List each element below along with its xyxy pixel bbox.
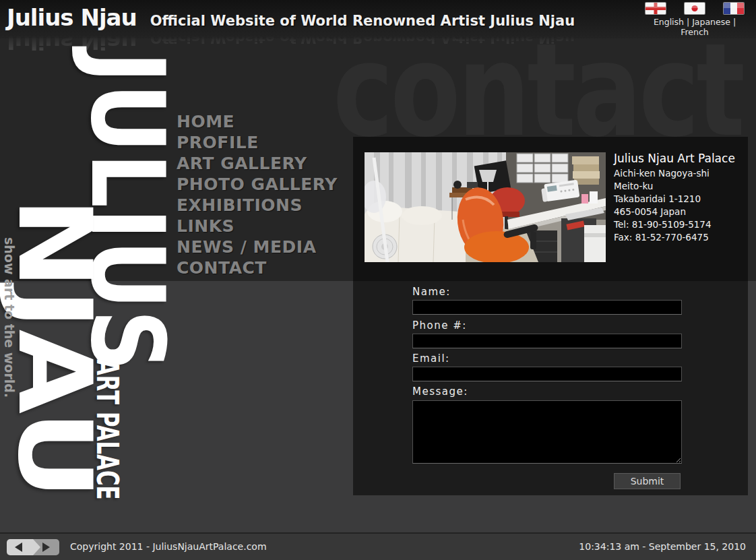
- address-line: Tel: 81-90-5109-5174: [614, 218, 746, 231]
- message-textarea[interactable]: [412, 400, 682, 464]
- nav-item-art-gallery[interactable]: ART GALLERY: [177, 153, 338, 174]
- name-input[interactable]: [412, 300, 682, 315]
- address-title: Julius Njau Art Palace: [614, 152, 746, 165]
- forward-arrow-icon: [42, 542, 50, 552]
- nav-item-home[interactable]: HOME: [177, 111, 338, 132]
- submit-button[interactable]: Submit: [614, 473, 681, 489]
- watermark-text: contact: [333, 27, 742, 155]
- address-line: Takabaridai 1-1210: [614, 193, 746, 206]
- datetime-text: 10:34:13 am - September 15, 2010: [579, 534, 746, 560]
- nav-item-news-media[interactable]: NEWS / MEDIA: [177, 237, 338, 257]
- logo-reflection: Julius Njau: [7, 28, 137, 55]
- france-flag-icon[interactable]: [724, 3, 744, 14]
- nav-item-contact[interactable]: CONTACT: [177, 257, 338, 278]
- address-block: Julius Njau Art Palace Aichi-ken Nagoya-…: [614, 152, 746, 244]
- flag-row: [642, 3, 747, 14]
- history-nav: [7, 539, 59, 555]
- header-text: Julius Njau Official Website of World Re…: [7, 4, 575, 31]
- email-input[interactable]: [412, 367, 682, 381]
- language-bar: English | Japanese | French: [642, 3, 747, 37]
- studio-photo-art: [365, 152, 606, 262]
- phone-label: Phone #:: [412, 319, 467, 332]
- footer-bar: Copyright 2011 - JuliusNjauArtPalace.com…: [0, 532, 756, 560]
- studio-photo: [365, 152, 606, 262]
- copyright-text: Copyright 2011 - JuliusNjauArtPalace.com: [70, 534, 267, 560]
- name-label: Name:: [412, 286, 451, 298]
- main-nav: HOME PROFILE ART GALLERY PHOTO GALLERY E…: [177, 111, 338, 278]
- nav-item-photo-gallery[interactable]: PHOTO GALLERY: [177, 174, 338, 195]
- nav-item-links[interactable]: LINKS: [177, 216, 338, 237]
- vertical-brand-njau: NJAU: [15, 197, 94, 499]
- contact-panel: Julius Njau Art Palace Aichi-ken Nagoya-…: [353, 137, 748, 495]
- vertical-tagline: show art to the world.: [2, 237, 16, 398]
- address-line: Aichi-ken Nagoya-shi: [614, 167, 746, 180]
- address-line: 465-0054 Japan: [614, 206, 746, 218]
- email-label: Email:: [412, 352, 450, 365]
- phone-input[interactable]: [412, 334, 682, 348]
- message-label: Message:: [412, 385, 468, 398]
- nav-item-exhibitions[interactable]: EXHIBITIONS: [177, 195, 338, 216]
- site-subtitle: Official Website of World Renowned Artis…: [150, 13, 575, 29]
- address-line: Fax: 81-52-770-6475: [614, 231, 746, 244]
- address-line: Meito-ku: [614, 180, 746, 193]
- page: contact Julius Njau Official Website of …: [0, 0, 756, 560]
- header-bar: Julius Njau Official Website of World Re…: [0, 0, 756, 38]
- vertical-brand-art-palace: ART PALACE: [96, 359, 119, 500]
- back-arrow-icon: [15, 542, 22, 552]
- nav-item-profile[interactable]: PROFILE: [177, 132, 338, 153]
- language-label: English | Japanese | French: [642, 17, 747, 37]
- site-logo: Julius Njau: [7, 4, 137, 31]
- england-flag-icon[interactable]: [645, 3, 666, 14]
- japan-flag-icon[interactable]: [685, 3, 705, 14]
